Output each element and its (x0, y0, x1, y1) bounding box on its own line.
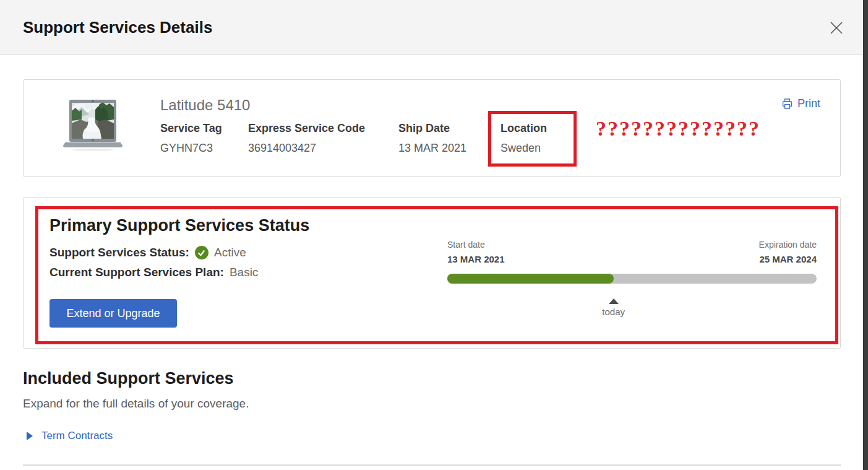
location-annotation-box (488, 111, 577, 167)
field-service-tag: Service Tag GYHN7C3 (160, 122, 222, 155)
product-summary-card: Latitude 5410 Service Tag GYHN7C3 Expres… (23, 79, 841, 177)
dialog-title: Support Services Details (23, 18, 212, 37)
expiration-date-label: Expiration date (759, 240, 817, 250)
print-button[interactable]: Print (781, 97, 820, 110)
question-marks-annotation: ?????????????? (596, 117, 784, 141)
check-circle-icon (195, 246, 208, 259)
today-marker-wrap: today (589, 298, 638, 317)
printer-icon (781, 98, 793, 110)
extend-or-upgrade-button[interactable]: Extend or Upgrade (49, 299, 177, 328)
today-label: today (602, 307, 625, 317)
dialog-header: Support Services Details (0, 0, 868, 54)
included-services-subtitle: Expand for the full details of your cove… (23, 397, 249, 411)
scrollbar[interactable] (863, 0, 868, 470)
triangle-up-icon (609, 298, 619, 304)
field-ship-date: Ship Date 13 MAR 2021 (398, 122, 466, 155)
product-name: Latitude 5410 (160, 97, 250, 114)
service-tag-label: Service Tag (160, 122, 222, 135)
laptop-image (61, 96, 125, 163)
timeline-progress-fill (447, 274, 614, 284)
plan-label: Current Support Services Plan: (49, 266, 224, 279)
status-label: Support Services Status: (49, 246, 189, 259)
triangle-right-icon (27, 432, 33, 440)
bottom-divider (23, 464, 841, 466)
progress-track (447, 274, 817, 284)
status-row: Support Services Status: Active (49, 246, 246, 259)
close-icon (828, 29, 845, 38)
service-tag-value: GYHN7C3 (160, 142, 222, 155)
plan-value: Basic (230, 266, 258, 279)
included-services-heading: Included Support Services (23, 369, 234, 388)
primary-status-card: Primary Support Services Status Support … (23, 197, 841, 349)
term-contracts-label: Term Contracts (41, 430, 113, 442)
express-service-code-value: 36914003427 (248, 142, 365, 155)
term-contracts-toggle[interactable]: Term Contracts (27, 430, 113, 442)
start-date-value: 13 MAR 2021 (447, 254, 505, 264)
start-date-label: Start date (447, 240, 485, 250)
ship-date-label: Ship Date (398, 122, 466, 135)
primary-status-heading: Primary Support Services Status (49, 216, 309, 235)
print-label: Print (797, 97, 820, 110)
express-service-code-label: Express Service Code (248, 122, 365, 135)
close-button[interactable] (827, 19, 846, 38)
field-express-service-code: Express Service Code 36914003427 (248, 122, 365, 155)
plan-row: Current Support Services Plan: Basic (49, 266, 258, 279)
ship-date-value: 13 MAR 2021 (398, 142, 466, 155)
coverage-timeline: Start date Expiration date 13 MAR 2021 2… (447, 240, 817, 284)
status-value: Active (214, 246, 246, 259)
expiration-date-value: 25 MAR 2024 (759, 254, 817, 264)
